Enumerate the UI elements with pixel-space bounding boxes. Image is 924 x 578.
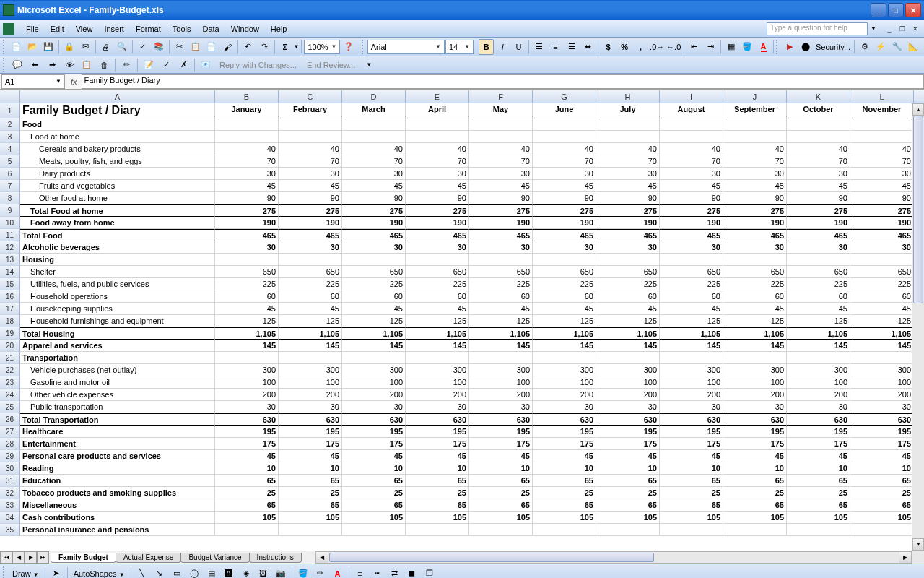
cell[interactable]: 65 <box>342 475 406 487</box>
toolbar-handle-5[interactable] <box>3 566 6 579</box>
cell[interactable]: 465 <box>533 229 596 241</box>
cell[interactable] <box>406 352 469 364</box>
cell[interactable] <box>850 254 914 266</box>
cell[interactable]: 45 <box>406 180 469 192</box>
percent-button[interactable]: % <box>616 39 632 55</box>
rectangle-button[interactable]: ▭ <box>169 566 185 579</box>
italic-button[interactable]: I <box>494 39 510 55</box>
cell[interactable]: 195 <box>279 426 342 438</box>
doc-minimize-button[interactable]: _ <box>884 24 895 34</box>
cell[interactable]: 40 <box>342 143 406 155</box>
ink-button[interactable]: ✏ <box>118 57 134 73</box>
format-painter-button[interactable]: 🖌 <box>220 39 235 55</box>
3d-button[interactable]: ❒ <box>422 566 437 579</box>
cell[interactable]: 650 <box>406 266 469 278</box>
cell[interactable]: 100 <box>723 376 787 389</box>
cell[interactable]: 45 <box>279 303 342 315</box>
cell[interactable]: 30 <box>342 401 406 413</box>
cell[interactable]: 65 <box>596 499 660 512</box>
cell[interactable]: 630 <box>596 413 660 426</box>
line-style-button[interactable]: ≡ <box>352 566 368 579</box>
cell[interactable]: 45 <box>406 450 469 462</box>
table-row[interactable]: 28Entertainment1751751751751751751751751… <box>0 438 924 450</box>
cell[interactable]: 30 <box>406 401 469 413</box>
cell[interactable]: 40 <box>406 143 469 155</box>
cell[interactable]: 225 <box>787 278 850 290</box>
cell[interactable]: 10 <box>596 462 660 475</box>
cell[interactable]: 90 <box>596 192 660 204</box>
table-row[interactable]: 21Transportation <box>0 352 924 364</box>
cell[interactable]: Utilities, fuels, and public services <box>20 278 215 290</box>
table-row[interactable]: 12Alcoholic beverages3030303030303030303… <box>0 241 924 254</box>
cell[interactable]: 1,105 <box>406 327 469 340</box>
cell[interactable]: 200 <box>723 389 787 401</box>
col-header-k[interactable]: K <box>787 90 850 103</box>
table-row[interactable]: 33Miscellaneous6565656565656565656565 <box>0 499 924 512</box>
table-row[interactable]: 23Gasoline and motor oil1001001001001001… <box>0 376 924 389</box>
cut-button[interactable]: ✂ <box>172 39 187 55</box>
cell[interactable]: 105 <box>787 512 850 524</box>
table-row[interactable]: 4Cereals and bakery products404040404040… <box>0 143 924 155</box>
cell[interactable]: 300 <box>342 364 406 376</box>
sheet-tab-family-budget[interactable]: Family Budget <box>51 553 116 563</box>
cell[interactable]: 30 <box>279 168 342 180</box>
doc-close-button[interactable]: ✕ <box>910 24 921 34</box>
cell[interactable]: 650 <box>723 266 787 278</box>
cell[interactable]: 40 <box>596 143 660 155</box>
cell[interactable]: 30 <box>723 401 787 413</box>
permission-button[interactable]: 🔒 <box>61 39 77 55</box>
new-comment-button[interactable]: 💬 <box>9 57 25 73</box>
cell[interactable] <box>406 131 469 143</box>
row-header[interactable]: 7 <box>0 180 20 192</box>
row-header[interactable]: 25 <box>0 401 20 413</box>
oval-button[interactable]: ◯ <box>186 566 202 579</box>
table-row[interactable]: 18Household furnishings and equipment125… <box>0 315 924 327</box>
row-header[interactable]: 3 <box>0 131 20 143</box>
table-row[interactable]: 31Education6565656565656565656565 <box>0 475 924 487</box>
row-header[interactable]: 30 <box>0 462 20 475</box>
undo-button[interactable]: ↶ <box>240 39 256 55</box>
cell[interactable]: 70 <box>723 155 787 168</box>
cell[interactable]: 465 <box>850 229 914 241</box>
row-header[interactable]: 6 <box>0 168 20 180</box>
cell[interactable]: 225 <box>533 278 596 290</box>
cell[interactable]: 125 <box>406 315 469 327</box>
cell[interactable]: 90 <box>533 192 596 204</box>
row-header[interactable]: 23 <box>0 376 20 389</box>
row-header[interactable]: 33 <box>0 499 20 512</box>
cell[interactable]: 90 <box>723 192 787 204</box>
cell[interactable]: 630 <box>215 413 279 426</box>
cell[interactable]: 175 <box>850 438 914 450</box>
cell[interactable]: 200 <box>850 389 914 401</box>
cell[interactable]: 145 <box>406 340 469 352</box>
cell[interactable]: 125 <box>533 315 596 327</box>
table-row[interactable]: 1Family Budget / DiaryJanuaryFebruaryMar… <box>0 103 924 118</box>
autosum-dropdown-icon[interactable]: ▼ <box>294 43 300 50</box>
row-header[interactable]: 19 <box>0 327 20 340</box>
cell[interactable]: 225 <box>660 278 723 290</box>
cell[interactable]: 30 <box>596 168 660 180</box>
cell[interactable] <box>596 352 660 364</box>
cell[interactable] <box>342 254 406 266</box>
cell[interactable]: 40 <box>469 143 533 155</box>
col-header-c[interactable]: C <box>279 90 342 103</box>
cell[interactable]: 45 <box>215 450 279 462</box>
cell[interactable] <box>533 118 596 131</box>
line-button[interactable]: ╲ <box>134 566 150 579</box>
fontsize-combo[interactable]: 14▼ <box>445 40 474 54</box>
show-comment-button[interactable]: 👁 <box>61 57 77 73</box>
cell[interactable] <box>787 524 850 536</box>
cell[interactable]: 100 <box>850 376 914 389</box>
table-row[interactable]: 32Tobacco products and smoking supplies2… <box>0 487 924 499</box>
col-header-j[interactable]: J <box>723 90 787 103</box>
align-right-button[interactable]: ☰ <box>564 39 579 55</box>
cell[interactable]: 125 <box>787 315 850 327</box>
cell[interactable]: 125 <box>596 315 660 327</box>
cell[interactable] <box>850 131 914 143</box>
cell[interactable]: 10 <box>850 462 914 475</box>
table-row[interactable]: 24Other vehicle expenses2002002002002002… <box>0 389 924 401</box>
copy-button[interactable]: 📋 <box>188 39 203 55</box>
cell[interactable]: 25 <box>469 487 533 499</box>
table-row[interactable]: 8Other food at home909090909090909090909… <box>0 192 924 204</box>
dash-style-button[interactable]: ┅ <box>370 566 385 579</box>
